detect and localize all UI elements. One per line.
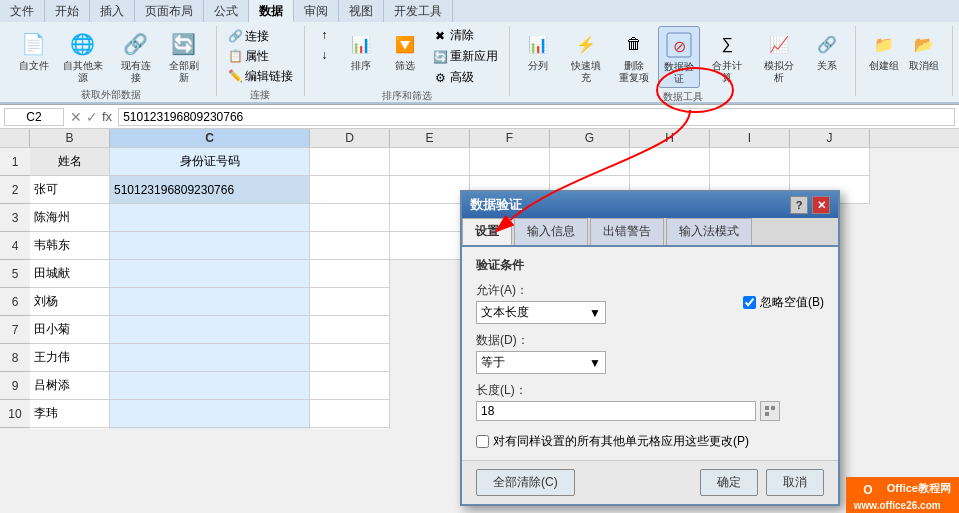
cell-d8[interactable] (310, 344, 390, 372)
col-header-j[interactable]: J (790, 129, 870, 147)
cancel-formula-icon[interactable]: ✕ (70, 109, 82, 125)
btn-existing-conn[interactable]: 🔗 现有连接 (112, 26, 160, 86)
cell-i1[interactable] (710, 148, 790, 176)
cell-e4[interactable] (390, 232, 470, 260)
cell-d3[interactable] (310, 204, 390, 232)
col-header-b[interactable]: B (30, 129, 110, 147)
allow-select[interactable]: 文本长度 ▼ (476, 301, 606, 324)
btn-data-validation[interactable]: ⊘ 数据验证 (658, 26, 700, 88)
cell-d2[interactable] (310, 176, 390, 204)
cell-c8[interactable] (110, 344, 310, 372)
btn-sort-desc[interactable]: ↓ (313, 46, 337, 64)
cell-b3[interactable]: 陈海州 (30, 204, 110, 232)
cell-c10[interactable] (110, 400, 310, 428)
btn-reapply[interactable]: 🔄 重新应用 (429, 47, 501, 66)
confirm-formula-icon[interactable]: ✓ (86, 109, 98, 125)
cell-c2[interactable]: 510123196809230766 (110, 176, 310, 204)
btn-ungroup[interactable]: 📂 取消组 (904, 26, 944, 74)
cell-c4[interactable] (110, 232, 310, 260)
btn-relations[interactable]: 🔗 关系 (807, 26, 847, 74)
cell-e3[interactable] (390, 204, 470, 232)
col-header-i[interactable]: I (710, 129, 790, 147)
tab-view[interactable]: 视图 (339, 0, 384, 22)
cell-d10[interactable] (310, 400, 390, 428)
btn-filter[interactable]: 🔽 筛选 (385, 26, 425, 74)
col-header-g[interactable]: G (550, 129, 630, 147)
col-header-d[interactable]: D (310, 129, 390, 147)
cell-c7[interactable] (110, 316, 310, 344)
btn-sort[interactable]: 📊 排序 (341, 26, 381, 74)
col-header-e[interactable]: E (390, 129, 470, 147)
length-input[interactable] (476, 401, 756, 421)
cell-c11[interactable] (110, 428, 310, 429)
cell-b1[interactable]: 姓名 (30, 148, 110, 176)
btn-group[interactable]: 📁 创建组 (864, 26, 904, 74)
cell-b9[interactable]: 吕树添 (30, 372, 110, 400)
cell-b6[interactable]: 刘杨 (30, 288, 110, 316)
formula-input[interactable] (118, 108, 955, 126)
length-picker-btn[interactable] (760, 401, 780, 421)
cell-b11[interactable]: 陈宗瑞 (30, 428, 110, 429)
btn-remove-dups[interactable]: 🗑 删除重复项 (614, 26, 654, 86)
btn-flash-fill[interactable]: ⚡ 快速填充 (562, 26, 610, 86)
dialog-tab-input-msg[interactable]: 输入信息 (514, 218, 588, 245)
cell-d6[interactable] (310, 288, 390, 316)
btn-advanced[interactable]: ⚙ 高级 (429, 68, 501, 87)
tab-dev[interactable]: 开发工具 (384, 0, 453, 22)
cell-c3[interactable] (110, 204, 310, 232)
tab-layout[interactable]: 页面布局 (135, 0, 204, 22)
tab-review[interactable]: 审阅 (294, 0, 339, 22)
tab-insert[interactable]: 插入 (90, 0, 135, 22)
dialog-tab-settings[interactable]: 设置 (462, 218, 512, 245)
btn-sort-asc[interactable]: ↑ (313, 26, 337, 44)
cell-g1[interactable] (550, 148, 630, 176)
cell-b7[interactable]: 田小菊 (30, 316, 110, 344)
cell-e1[interactable] (390, 148, 470, 176)
btn-from-file[interactable]: 📄 自文件 (14, 26, 54, 74)
cell-reference[interactable] (4, 108, 64, 126)
cell-c1[interactable]: 身份证号码 (110, 148, 310, 176)
dialog-help-button[interactable]: ? (790, 196, 808, 214)
cell-b10[interactable]: 李玮 (30, 400, 110, 428)
btn-from-other[interactable]: 🌐 自其他来源 (54, 26, 112, 86)
tab-home[interactable]: 开始 (45, 0, 90, 22)
btn-properties[interactable]: 📋 属性 (224, 47, 296, 66)
cell-d11[interactable] (310, 428, 390, 429)
tab-file[interactable]: 文件 (0, 0, 45, 22)
tab-data[interactable]: 数据 (249, 0, 294, 22)
btn-split-col[interactable]: 📊 分列 (518, 26, 558, 74)
cell-c6[interactable] (110, 288, 310, 316)
cell-d9[interactable] (310, 372, 390, 400)
insert-function-icon[interactable]: fx (102, 109, 112, 124)
data-select[interactable]: 等于 ▼ (476, 351, 606, 374)
btn-edit-links[interactable]: ✏️ 编辑链接 (224, 67, 296, 86)
btn-clear[interactable]: ✖ 清除 (429, 26, 501, 45)
cell-d7[interactable] (310, 316, 390, 344)
cell-h1[interactable] (630, 148, 710, 176)
col-header-f[interactable]: F (470, 129, 550, 147)
dialog-close-button[interactable]: ✕ (812, 196, 830, 214)
dialog-tab-ime-mode[interactable]: 输入法模式 (666, 218, 752, 245)
tab-formula[interactable]: 公式 (204, 0, 249, 22)
cell-c5[interactable] (110, 260, 310, 288)
cell-b2[interactable]: 张可 (30, 176, 110, 204)
cell-d5[interactable] (310, 260, 390, 288)
btn-consolidate[interactable]: ∑ 合并计算 (704, 26, 752, 86)
btn-connections[interactable]: 🔗 连接 (224, 27, 296, 46)
cell-d1[interactable] (310, 148, 390, 176)
dialog-tab-error-alert[interactable]: 出错警告 (590, 218, 664, 245)
cell-b5[interactable]: 田城献 (30, 260, 110, 288)
col-header-c[interactable]: C (110, 129, 310, 147)
cell-c9[interactable] (110, 372, 310, 400)
cell-b8[interactable]: 王力伟 (30, 344, 110, 372)
cell-b4[interactable]: 韦韩东 (30, 232, 110, 260)
btn-what-if[interactable]: 📈 模拟分析 (755, 26, 803, 86)
cell-f1[interactable] (470, 148, 550, 176)
dialog-title[interactable]: 数据验证 ? ✕ (462, 192, 838, 218)
cell-e2[interactable] (390, 176, 470, 204)
ignore-blank-checkbox[interactable] (743, 296, 756, 309)
cell-d4[interactable] (310, 232, 390, 260)
col-header-h[interactable]: H (630, 129, 710, 147)
btn-refresh-all[interactable]: 🔄 全部刷新 (160, 26, 208, 86)
cell-j1[interactable] (790, 148, 870, 176)
